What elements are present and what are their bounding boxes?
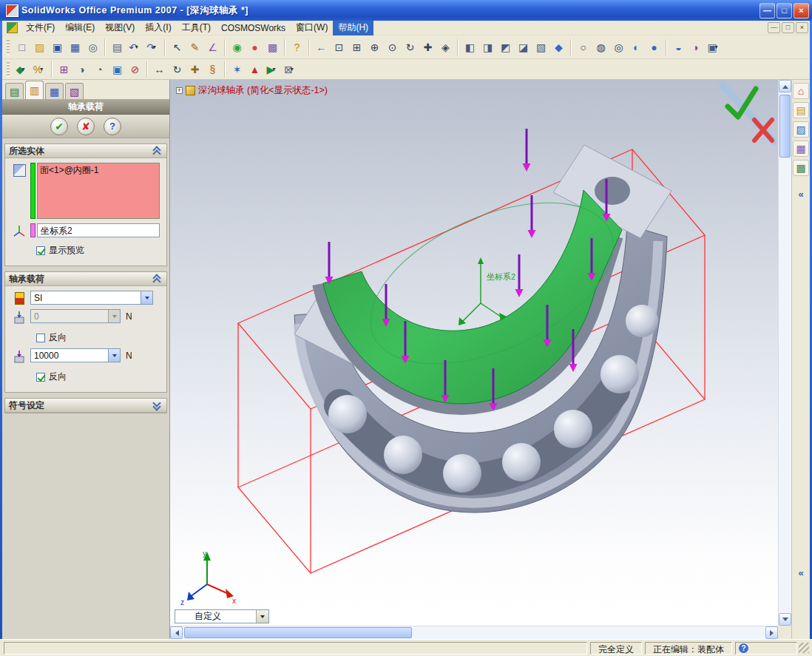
restore-button[interactable]: □ xyxy=(777,3,792,18)
scroll-left-button[interactable] xyxy=(170,626,183,639)
shaded-button[interactable]: ● xyxy=(646,38,663,55)
shadows-button[interactable]: ◒ xyxy=(670,38,687,55)
dropdown-button[interactable] xyxy=(256,610,268,623)
exploded-view-button[interactable]: ✶ xyxy=(229,61,246,78)
taskpane-collapse-button[interactable]: « xyxy=(795,188,807,201)
selection-listbox[interactable]: 面<1>@内圈-1 xyxy=(37,163,160,219)
menu-tools[interactable]: 工具(T) xyxy=(177,20,216,35)
cosmosworks-tab[interactable]: ▧ xyxy=(65,83,84,99)
coordinate-system-input[interactable]: 坐标系2 xyxy=(37,223,160,237)
front-view-button[interactable]: ◧ xyxy=(461,38,478,55)
change-transparency-button[interactable]: ◔ xyxy=(91,61,108,78)
force-y-input[interactable]: 10000 xyxy=(30,348,121,362)
vertical-scroll-thumb[interactable] xyxy=(779,95,791,158)
left-view-button[interactable]: ◩ xyxy=(497,38,514,55)
doc-close-button[interactable]: × xyxy=(796,22,808,33)
tree-expand-icon[interactable]: + xyxy=(176,87,183,94)
vertical-scrollbar[interactable] xyxy=(778,80,791,626)
pan-button[interactable]: ✚ xyxy=(419,38,436,55)
edit-color-button[interactable]: ● xyxy=(246,38,263,55)
menu-view[interactable]: 视图(V) xyxy=(100,20,140,35)
save-as-button[interactable]: ▦ xyxy=(67,38,84,55)
dropdown-arrow-icon[interactable]: ▾ xyxy=(272,66,278,72)
selected-face-item[interactable]: 面<1>@内圈-1 xyxy=(40,164,157,177)
document-menu-icon[interactable] xyxy=(7,22,18,33)
selection-filter-button[interactable]: %▾ xyxy=(31,61,48,78)
show-preview-checkbox[interactable] xyxy=(36,246,45,255)
3d-drawing-view-button[interactable]: ◈ xyxy=(437,38,454,55)
dropdown-button[interactable] xyxy=(141,291,152,304)
help-button[interactable]: ? xyxy=(288,38,305,55)
view-palette-tab[interactable]: ▦ xyxy=(793,141,809,157)
dropdown-arrow-icon[interactable]: ▾ xyxy=(291,66,297,72)
configurationmanager-tab[interactable]: ▦ xyxy=(45,83,64,99)
design-library-tab[interactable]: ▤ xyxy=(793,102,809,118)
print-preview-button[interactable]: ◎ xyxy=(84,38,101,55)
collapse-section-button[interactable] xyxy=(151,145,163,157)
toolbar-grip[interactable] xyxy=(7,40,10,55)
menu-window[interactable]: 窗口(W) xyxy=(291,20,333,35)
view-setting-combo[interactable]: 自定义 xyxy=(175,609,269,623)
wireframe-button[interactable]: ○ xyxy=(575,38,592,55)
pm-ok-button[interactable]: ✔ xyxy=(50,118,68,135)
doc-minimize-button[interactable]: — xyxy=(768,22,780,33)
taskpane-collapse-button[interactable]: « xyxy=(795,567,807,580)
reverse-x-checkbox[interactable] xyxy=(36,334,45,342)
print-button[interactable]: ▤ xyxy=(109,38,126,55)
select-button[interactable]: ↖ xyxy=(169,38,186,55)
move-component-button[interactable]: ↔ xyxy=(151,61,168,78)
menu-help[interactable]: 帮助(H) xyxy=(333,20,373,35)
isometric-view-button[interactable]: ◆ xyxy=(550,38,567,55)
selected-entities-header[interactable]: 所选实体 xyxy=(5,144,166,158)
dropdown-arrow-icon[interactable]: ▾ xyxy=(135,44,141,50)
open-document-button[interactable]: ▨ xyxy=(31,38,48,55)
bearing-model[interactable] xyxy=(294,145,671,513)
solidworks-flyout-button[interactable]: ◆▾ xyxy=(13,61,30,78)
back-view-button[interactable]: ◨ xyxy=(479,38,496,55)
bearing-load-header[interactable]: 轴承载荷 xyxy=(5,272,166,286)
undo-button[interactable]: ↶▾ xyxy=(126,38,143,55)
solidworks-resources-tab[interactable]: ⌂ xyxy=(793,83,809,99)
rotate-view-button[interactable]: ↻ xyxy=(402,38,419,55)
confirm-cancel-icon[interactable] xyxy=(754,120,772,141)
zoom-selection-button[interactable]: ⊙ xyxy=(384,38,401,55)
pm-cancel-button[interactable]: ✘ xyxy=(77,118,95,135)
hidden-lines-visible-button[interactable]: ◍ xyxy=(592,38,609,55)
smart-fasteners-button[interactable]: ✚ xyxy=(186,61,203,78)
interference-detection-button[interactable]: ▲ xyxy=(246,61,263,78)
horizontal-scroll-thumb[interactable] xyxy=(184,627,412,638)
featuremanager-tab[interactable]: ▤ xyxy=(5,83,24,99)
zoom-in-out-button[interactable]: ⊕ xyxy=(366,38,383,55)
menu-insert[interactable]: 插入(I) xyxy=(140,20,176,35)
new-document-button[interactable]: □ xyxy=(13,38,30,55)
toolbar-grip[interactable] xyxy=(7,62,10,77)
hide-show-components-button[interactable]: ◑ xyxy=(73,61,90,78)
no-external-references-button[interactable]: ⊘ xyxy=(126,61,143,78)
dropdown-arrow-icon[interactable]: ▾ xyxy=(153,44,159,50)
scroll-up-button[interactable] xyxy=(779,80,791,92)
dimension-button[interactable]: ∠ xyxy=(204,38,221,55)
hidden-lines-removed-button[interactable]: ◎ xyxy=(610,38,627,55)
menu-file[interactable]: 文件(F) xyxy=(21,20,60,35)
rebuild-button[interactable]: ◉ xyxy=(229,38,246,55)
file-explorer-tab[interactable]: ▨ xyxy=(793,121,809,138)
dropdown-arrow-icon[interactable]: ▾ xyxy=(715,44,721,50)
3d-scene[interactable]: 坐标系2 y x z xyxy=(170,80,778,626)
previous-view-button[interactable]: ← xyxy=(313,38,330,55)
minimize-button[interactable]: — xyxy=(759,3,775,18)
graphics-viewport[interactable]: 坐标系2 y x z + 深沟球轴承 (简化<显示状态-1>) xyxy=(170,80,778,626)
title-bar[interactable]: SolidWorks Office Premium 2007 - [深沟球轴承 … xyxy=(0,0,812,21)
rotate-component-button[interactable]: ↻ xyxy=(169,61,186,78)
simulation-button[interactable]: ▶▾ xyxy=(264,61,281,78)
menu-edit[interactable]: 编辑(E) xyxy=(60,20,100,35)
resize-grip[interactable] xyxy=(799,643,809,653)
right-view-button[interactable]: ◪ xyxy=(515,38,532,55)
standard-views-button[interactable]: ▣▾ xyxy=(706,38,723,55)
collapse-section-button[interactable] xyxy=(151,273,163,285)
save-button[interactable]: ▣ xyxy=(49,38,66,55)
mate-button[interactable]: § xyxy=(204,61,221,78)
shaded-with-edges-button[interactable]: ◐ xyxy=(628,38,645,55)
close-button[interactable]: × xyxy=(794,3,809,18)
scroll-right-button[interactable] xyxy=(765,626,778,639)
custom-properties-tab[interactable]: ▩ xyxy=(793,160,809,176)
